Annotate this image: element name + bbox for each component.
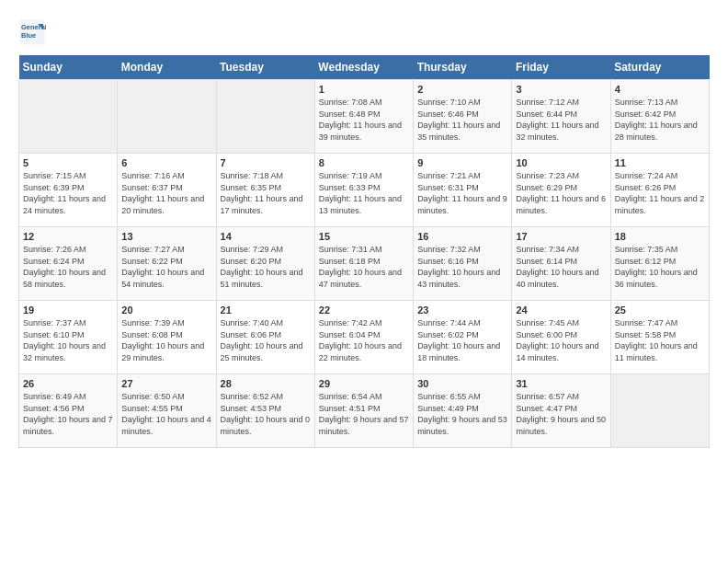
weekday-header-saturday: Saturday	[610, 55, 709, 80]
calendar-cell: 19Sunrise: 7:37 AM Sunset: 6:10 PM Dayli…	[19, 301, 118, 374]
calendar-cell: 2Sunrise: 7:10 AM Sunset: 6:46 PM Daylig…	[414, 80, 512, 154]
calendar-cell: 23Sunrise: 7:44 AM Sunset: 6:02 PM Dayli…	[414, 301, 512, 374]
day-info: Sunrise: 7:12 AM Sunset: 6:44 PM Dayligh…	[516, 97, 606, 143]
calendar-body: 1Sunrise: 7:08 AM Sunset: 6:48 PM Daylig…	[19, 80, 710, 448]
calendar-cell: 12Sunrise: 7:26 AM Sunset: 6:24 PM Dayli…	[19, 227, 118, 301]
day-info: Sunrise: 6:49 AM Sunset: 4:56 PM Dayligh…	[23, 391, 113, 437]
header: General Blue	[18, 18, 710, 46]
day-number: 12	[23, 231, 113, 242]
calendar-cell: 26Sunrise: 6:49 AM Sunset: 4:56 PM Dayli…	[19, 374, 118, 448]
day-info: Sunrise: 7:24 AM Sunset: 6:26 PM Dayligh…	[615, 170, 705, 216]
day-info: Sunrise: 6:52 AM Sunset: 4:53 PM Dayligh…	[221, 391, 311, 437]
week-row-4: 19Sunrise: 7:37 AM Sunset: 6:10 PM Dayli…	[19, 301, 710, 374]
calendar-cell: 18Sunrise: 7:35 AM Sunset: 6:12 PM Dayli…	[610, 227, 709, 301]
day-info: Sunrise: 6:57 AM Sunset: 4:47 PM Dayligh…	[516, 391, 606, 437]
logo: General Blue	[18, 18, 50, 46]
calendar-header: SundayMondayTuesdayWednesdayThursdayFrid…	[19, 55, 710, 80]
day-number: 29	[319, 378, 409, 389]
day-number: 19	[23, 304, 113, 316]
day-info: Sunrise: 7:39 AM Sunset: 6:08 PM Dayligh…	[121, 317, 211, 363]
day-number: 26	[23, 378, 113, 389]
day-info: Sunrise: 7:10 AM Sunset: 6:46 PM Dayligh…	[417, 97, 507, 143]
day-number: 23	[417, 304, 507, 316]
day-info: Sunrise: 7:08 AM Sunset: 6:48 PM Dayligh…	[319, 97, 409, 143]
day-info: Sunrise: 7:34 AM Sunset: 6:14 PM Dayligh…	[516, 244, 606, 290]
weekday-header-friday: Friday	[512, 55, 610, 80]
day-info: Sunrise: 7:44 AM Sunset: 6:02 PM Dayligh…	[417, 317, 507, 363]
day-number: 13	[121, 231, 211, 242]
day-number: 17	[516, 231, 606, 242]
day-number: 30	[417, 378, 507, 389]
day-number: 18	[615, 231, 705, 242]
calendar-cell: 17Sunrise: 7:34 AM Sunset: 6:14 PM Dayli…	[512, 227, 610, 301]
calendar-cell: 14Sunrise: 7:29 AM Sunset: 6:20 PM Dayli…	[216, 227, 314, 301]
calendar-cell: 4Sunrise: 7:13 AM Sunset: 6:42 PM Daylig…	[610, 80, 709, 154]
day-info: Sunrise: 7:23 AM Sunset: 6:29 PM Dayligh…	[516, 170, 606, 216]
day-number: 4	[615, 84, 705, 95]
day-info: Sunrise: 7:32 AM Sunset: 6:16 PM Dayligh…	[417, 244, 507, 290]
calendar-cell: 27Sunrise: 6:50 AM Sunset: 4:55 PM Dayli…	[118, 374, 216, 448]
day-info: Sunrise: 6:50 AM Sunset: 4:55 PM Dayligh…	[121, 391, 211, 437]
day-info: Sunrise: 7:29 AM Sunset: 6:20 PM Dayligh…	[221, 244, 311, 290]
day-info: Sunrise: 7:37 AM Sunset: 6:10 PM Dayligh…	[23, 317, 113, 363]
calendar-cell: 9Sunrise: 7:21 AM Sunset: 6:31 PM Daylig…	[414, 154, 512, 227]
day-number: 31	[516, 378, 606, 389]
day-number: 6	[121, 157, 211, 168]
day-number: 14	[221, 231, 311, 242]
calendar-cell: 31Sunrise: 6:57 AM Sunset: 4:47 PM Dayli…	[512, 374, 610, 448]
day-number: 16	[417, 231, 507, 242]
weekday-row: SundayMondayTuesdayWednesdayThursdayFrid…	[19, 55, 710, 80]
week-row-5: 26Sunrise: 6:49 AM Sunset: 4:56 PM Dayli…	[19, 374, 710, 448]
calendar-table: SundayMondayTuesdayWednesdayThursdayFrid…	[18, 55, 710, 448]
day-info: Sunrise: 7:18 AM Sunset: 6:35 PM Dayligh…	[221, 170, 311, 216]
day-info: Sunrise: 7:26 AM Sunset: 6:24 PM Dayligh…	[23, 244, 113, 290]
day-info: Sunrise: 6:54 AM Sunset: 4:51 PM Dayligh…	[319, 391, 409, 437]
calendar-cell: 24Sunrise: 7:45 AM Sunset: 6:00 PM Dayli…	[512, 301, 610, 374]
calendar-cell: 30Sunrise: 6:55 AM Sunset: 4:49 PM Dayli…	[414, 374, 512, 448]
day-number: 21	[221, 304, 311, 316]
calendar-cell: 6Sunrise: 7:16 AM Sunset: 6:37 PM Daylig…	[118, 154, 216, 227]
calendar-cell	[118, 80, 216, 154]
weekday-header-sunday: Sunday	[19, 55, 118, 80]
day-info: Sunrise: 7:16 AM Sunset: 6:37 PM Dayligh…	[121, 170, 211, 216]
day-number: 3	[516, 84, 606, 95]
calendar-cell: 3Sunrise: 7:12 AM Sunset: 6:44 PM Daylig…	[512, 80, 610, 154]
day-number: 15	[319, 231, 409, 242]
day-info: Sunrise: 7:19 AM Sunset: 6:33 PM Dayligh…	[319, 170, 409, 216]
day-info: Sunrise: 7:40 AM Sunset: 6:06 PM Dayligh…	[221, 317, 311, 363]
day-number: 7	[221, 157, 311, 168]
day-number: 5	[23, 157, 113, 168]
calendar-cell: 16Sunrise: 7:32 AM Sunset: 6:16 PM Dayli…	[414, 227, 512, 301]
day-info: Sunrise: 7:47 AM Sunset: 5:58 PM Dayligh…	[615, 317, 705, 363]
day-number: 9	[417, 157, 507, 168]
calendar-cell: 7Sunrise: 7:18 AM Sunset: 6:35 PM Daylig…	[216, 154, 314, 227]
day-number: 1	[319, 84, 409, 95]
day-info: Sunrise: 7:13 AM Sunset: 6:42 PM Dayligh…	[615, 97, 705, 143]
weekday-header-wednesday: Wednesday	[314, 55, 413, 80]
calendar-cell: 29Sunrise: 6:54 AM Sunset: 4:51 PM Dayli…	[314, 374, 413, 448]
svg-text:Blue: Blue	[21, 31, 36, 40]
calendar-cell: 11Sunrise: 7:24 AM Sunset: 6:26 PM Dayli…	[610, 154, 709, 227]
calendar-cell	[19, 80, 118, 154]
day-info: Sunrise: 7:27 AM Sunset: 6:22 PM Dayligh…	[121, 244, 211, 290]
day-number: 2	[417, 84, 507, 95]
week-row-1: 1Sunrise: 7:08 AM Sunset: 6:48 PM Daylig…	[19, 80, 710, 154]
calendar-cell: 1Sunrise: 7:08 AM Sunset: 6:48 PM Daylig…	[314, 80, 413, 154]
weekday-header-tuesday: Tuesday	[216, 55, 314, 80]
day-number: 22	[319, 304, 409, 316]
calendar-cell: 5Sunrise: 7:15 AM Sunset: 6:39 PM Daylig…	[19, 154, 118, 227]
weekday-header-thursday: Thursday	[414, 55, 512, 80]
day-number: 24	[516, 304, 606, 316]
calendar-cell: 20Sunrise: 7:39 AM Sunset: 6:08 PM Dayli…	[118, 301, 216, 374]
week-row-3: 12Sunrise: 7:26 AM Sunset: 6:24 PM Dayli…	[19, 227, 710, 301]
day-number: 8	[319, 157, 409, 168]
weekday-header-monday: Monday	[118, 55, 216, 80]
calendar-cell: 13Sunrise: 7:27 AM Sunset: 6:22 PM Dayli…	[118, 227, 216, 301]
day-number: 11	[615, 157, 705, 168]
day-number: 25	[615, 304, 705, 316]
day-info: Sunrise: 7:42 AM Sunset: 6:04 PM Dayligh…	[319, 317, 409, 363]
calendar-cell	[216, 80, 314, 154]
day-info: Sunrise: 6:55 AM Sunset: 4:49 PM Dayligh…	[417, 391, 507, 437]
calendar-cell: 25Sunrise: 7:47 AM Sunset: 5:58 PM Dayli…	[610, 301, 709, 374]
calendar-cell: 22Sunrise: 7:42 AM Sunset: 6:04 PM Dayli…	[314, 301, 413, 374]
